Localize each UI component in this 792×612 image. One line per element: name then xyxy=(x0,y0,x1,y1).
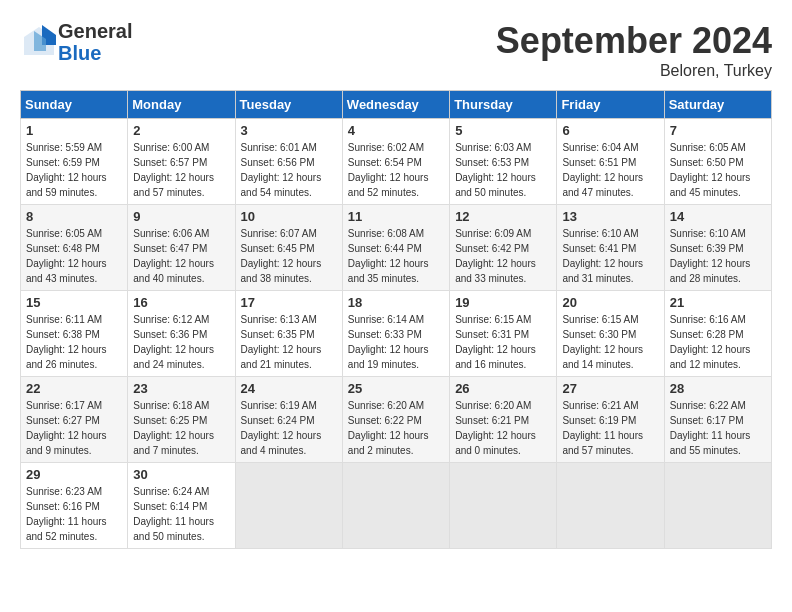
day-number: 3 xyxy=(241,123,337,138)
day-info: Sunrise: 6:02 AM Sunset: 6:54 PM Dayligh… xyxy=(348,140,444,200)
day-info: Sunrise: 6:16 AM Sunset: 6:28 PM Dayligh… xyxy=(670,312,766,372)
calendar-row: 15Sunrise: 6:11 AM Sunset: 6:38 PM Dayli… xyxy=(21,291,772,377)
table-cell xyxy=(450,463,557,549)
day-info: Sunrise: 6:20 AM Sunset: 6:21 PM Dayligh… xyxy=(455,398,551,458)
day-info: Sunrise: 5:59 AM Sunset: 6:59 PM Dayligh… xyxy=(26,140,122,200)
day-number: 11 xyxy=(348,209,444,224)
day-number: 28 xyxy=(670,381,766,396)
logo-text: General Blue xyxy=(58,20,132,64)
day-number: 16 xyxy=(133,295,229,310)
day-info: Sunrise: 6:03 AM Sunset: 6:53 PM Dayligh… xyxy=(455,140,551,200)
day-info: Sunrise: 6:09 AM Sunset: 6:42 PM Dayligh… xyxy=(455,226,551,286)
day-number: 7 xyxy=(670,123,766,138)
day-number: 9 xyxy=(133,209,229,224)
table-cell: 12Sunrise: 6:09 AM Sunset: 6:42 PM Dayli… xyxy=(450,205,557,291)
table-cell: 6Sunrise: 6:04 AM Sunset: 6:51 PM Daylig… xyxy=(557,119,664,205)
table-cell: 1Sunrise: 5:59 AM Sunset: 6:59 PM Daylig… xyxy=(21,119,128,205)
day-info: Sunrise: 6:17 AM Sunset: 6:27 PM Dayligh… xyxy=(26,398,122,458)
day-info: Sunrise: 6:20 AM Sunset: 6:22 PM Dayligh… xyxy=(348,398,444,458)
day-number: 25 xyxy=(348,381,444,396)
table-cell: 23Sunrise: 6:18 AM Sunset: 6:25 PM Dayli… xyxy=(128,377,235,463)
day-info: Sunrise: 6:07 AM Sunset: 6:45 PM Dayligh… xyxy=(241,226,337,286)
month-title: September 2024 xyxy=(496,20,772,62)
day-number: 18 xyxy=(348,295,444,310)
col-friday: Friday xyxy=(557,91,664,119)
day-number: 22 xyxy=(26,381,122,396)
table-cell: 2Sunrise: 6:00 AM Sunset: 6:57 PM Daylig… xyxy=(128,119,235,205)
day-info: Sunrise: 6:18 AM Sunset: 6:25 PM Dayligh… xyxy=(133,398,229,458)
table-cell: 16Sunrise: 6:12 AM Sunset: 6:36 PM Dayli… xyxy=(128,291,235,377)
day-number: 27 xyxy=(562,381,658,396)
table-cell: 22Sunrise: 6:17 AM Sunset: 6:27 PM Dayli… xyxy=(21,377,128,463)
table-cell: 28Sunrise: 6:22 AM Sunset: 6:17 PM Dayli… xyxy=(664,377,771,463)
day-number: 14 xyxy=(670,209,766,224)
calendar-row: 29Sunrise: 6:23 AM Sunset: 6:16 PM Dayli… xyxy=(21,463,772,549)
header-row: Sunday Monday Tuesday Wednesday Thursday… xyxy=(21,91,772,119)
table-cell xyxy=(664,463,771,549)
day-info: Sunrise: 6:10 AM Sunset: 6:41 PM Dayligh… xyxy=(562,226,658,286)
day-number: 6 xyxy=(562,123,658,138)
table-cell xyxy=(342,463,449,549)
day-number: 23 xyxy=(133,381,229,396)
table-cell: 9Sunrise: 6:06 AM Sunset: 6:47 PM Daylig… xyxy=(128,205,235,291)
day-info: Sunrise: 6:22 AM Sunset: 6:17 PM Dayligh… xyxy=(670,398,766,458)
day-number: 13 xyxy=(562,209,658,224)
table-cell: 21Sunrise: 6:16 AM Sunset: 6:28 PM Dayli… xyxy=(664,291,771,377)
calendar-row: 1Sunrise: 5:59 AM Sunset: 6:59 PM Daylig… xyxy=(21,119,772,205)
table-cell: 7Sunrise: 6:05 AM Sunset: 6:50 PM Daylig… xyxy=(664,119,771,205)
col-monday: Monday xyxy=(128,91,235,119)
calendar-table: Sunday Monday Tuesday Wednesday Thursday… xyxy=(20,90,772,549)
col-saturday: Saturday xyxy=(664,91,771,119)
table-cell: 8Sunrise: 6:05 AM Sunset: 6:48 PM Daylig… xyxy=(21,205,128,291)
col-wednesday: Wednesday xyxy=(342,91,449,119)
day-number: 26 xyxy=(455,381,551,396)
table-cell: 3Sunrise: 6:01 AM Sunset: 6:56 PM Daylig… xyxy=(235,119,342,205)
calendar-row: 22Sunrise: 6:17 AM Sunset: 6:27 PM Dayli… xyxy=(21,377,772,463)
day-info: Sunrise: 6:08 AM Sunset: 6:44 PM Dayligh… xyxy=(348,226,444,286)
day-info: Sunrise: 6:05 AM Sunset: 6:50 PM Dayligh… xyxy=(670,140,766,200)
day-info: Sunrise: 6:12 AM Sunset: 6:36 PM Dayligh… xyxy=(133,312,229,372)
day-number: 4 xyxy=(348,123,444,138)
day-info: Sunrise: 6:13 AM Sunset: 6:35 PM Dayligh… xyxy=(241,312,337,372)
calendar-row: 8Sunrise: 6:05 AM Sunset: 6:48 PM Daylig… xyxy=(21,205,772,291)
table-cell: 4Sunrise: 6:02 AM Sunset: 6:54 PM Daylig… xyxy=(342,119,449,205)
day-number: 30 xyxy=(133,467,229,482)
day-info: Sunrise: 6:15 AM Sunset: 6:30 PM Dayligh… xyxy=(562,312,658,372)
day-number: 17 xyxy=(241,295,337,310)
day-number: 10 xyxy=(241,209,337,224)
day-info: Sunrise: 6:24 AM Sunset: 6:14 PM Dayligh… xyxy=(133,484,229,544)
table-cell: 13Sunrise: 6:10 AM Sunset: 6:41 PM Dayli… xyxy=(557,205,664,291)
day-number: 20 xyxy=(562,295,658,310)
day-info: Sunrise: 6:01 AM Sunset: 6:56 PM Dayligh… xyxy=(241,140,337,200)
logo-blue: Blue xyxy=(58,42,132,64)
day-info: Sunrise: 6:11 AM Sunset: 6:38 PM Dayligh… xyxy=(26,312,122,372)
day-info: Sunrise: 6:05 AM Sunset: 6:48 PM Dayligh… xyxy=(26,226,122,286)
day-number: 19 xyxy=(455,295,551,310)
table-cell: 25Sunrise: 6:20 AM Sunset: 6:22 PM Dayli… xyxy=(342,377,449,463)
table-cell: 18Sunrise: 6:14 AM Sunset: 6:33 PM Dayli… xyxy=(342,291,449,377)
table-cell xyxy=(557,463,664,549)
day-number: 21 xyxy=(670,295,766,310)
day-number: 8 xyxy=(26,209,122,224)
table-cell: 24Sunrise: 6:19 AM Sunset: 6:24 PM Dayli… xyxy=(235,377,342,463)
day-number: 29 xyxy=(26,467,122,482)
table-cell: 17Sunrise: 6:13 AM Sunset: 6:35 PM Dayli… xyxy=(235,291,342,377)
logo-icon xyxy=(20,23,58,61)
day-info: Sunrise: 6:06 AM Sunset: 6:47 PM Dayligh… xyxy=(133,226,229,286)
day-info: Sunrise: 6:04 AM Sunset: 6:51 PM Dayligh… xyxy=(562,140,658,200)
table-cell: 20Sunrise: 6:15 AM Sunset: 6:30 PM Dayli… xyxy=(557,291,664,377)
table-cell: 26Sunrise: 6:20 AM Sunset: 6:21 PM Dayli… xyxy=(450,377,557,463)
day-info: Sunrise: 6:10 AM Sunset: 6:39 PM Dayligh… xyxy=(670,226,766,286)
day-number: 24 xyxy=(241,381,337,396)
day-number: 2 xyxy=(133,123,229,138)
table-cell: 29Sunrise: 6:23 AM Sunset: 6:16 PM Dayli… xyxy=(21,463,128,549)
day-info: Sunrise: 6:00 AM Sunset: 6:57 PM Dayligh… xyxy=(133,140,229,200)
page-header: General Blue September 2024 Beloren, Tur… xyxy=(20,20,772,80)
table-cell: 27Sunrise: 6:21 AM Sunset: 6:19 PM Dayli… xyxy=(557,377,664,463)
day-info: Sunrise: 6:14 AM Sunset: 6:33 PM Dayligh… xyxy=(348,312,444,372)
day-number: 15 xyxy=(26,295,122,310)
day-info: Sunrise: 6:21 AM Sunset: 6:19 PM Dayligh… xyxy=(562,398,658,458)
table-cell: 19Sunrise: 6:15 AM Sunset: 6:31 PM Dayli… xyxy=(450,291,557,377)
logo: General Blue xyxy=(20,20,132,64)
day-number: 1 xyxy=(26,123,122,138)
